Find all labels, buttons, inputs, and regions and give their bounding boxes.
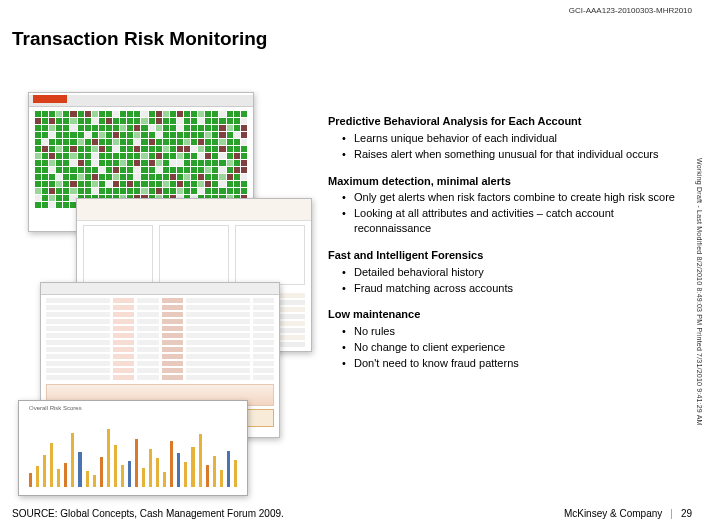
footer-source: SOURCE: Global Concepts, Cash Management…	[12, 508, 284, 519]
chart-bar	[57, 469, 60, 487]
chart-bar	[177, 453, 180, 487]
chart-bar	[149, 449, 152, 487]
chart-bar	[64, 463, 67, 487]
slide-title: Transaction Risk Monitoring	[12, 28, 267, 50]
bullet-item: Looking at all attributes and activities…	[342, 206, 678, 236]
chart-bar	[121, 465, 124, 487]
draft-note-vertical: Working Draft - Last Modified 8/2/2010 8…	[696, 158, 703, 426]
bullet-list: Detailed behavioral historyFraud matchin…	[328, 265, 678, 296]
chart-bar	[36, 466, 39, 487]
screenshot-chart: Overall Risk Scores	[18, 400, 248, 496]
footer-page-number: 29	[681, 508, 692, 519]
chart-bar	[227, 451, 230, 487]
bullet-item: Raises alert when something unusual for …	[342, 147, 678, 162]
chart-bar	[100, 457, 103, 487]
chart-bar	[114, 445, 117, 487]
bullet-item: Learns unique behavior of each individua…	[342, 131, 678, 146]
chart-bar	[199, 434, 202, 487]
bullet-item: No rules	[342, 324, 678, 339]
chart-bar	[128, 461, 131, 487]
bullet-item: No change to client experience	[342, 340, 678, 355]
chart-bar	[163, 472, 166, 487]
bullet-list: No rulesNo change to client experienceDo…	[328, 324, 678, 371]
chart-bar	[213, 456, 216, 487]
chart-bar	[135, 439, 138, 487]
slide-footer: SOURCE: Global Concepts, Cash Management…	[12, 508, 692, 519]
content-block: Low maintenanceNo rulesNo change to clie…	[328, 307, 678, 370]
chart-bar	[142, 468, 145, 487]
bullet-list: Only get alerts when risk factors combin…	[328, 190, 678, 236]
chart-bar	[50, 443, 53, 487]
chart-bar	[234, 460, 237, 487]
chart-bar	[107, 429, 110, 487]
document-id: GCI-AAA123-20100303-MHR2010	[569, 6, 692, 15]
chart-bar	[191, 447, 194, 487]
bullet-item: Don't need to know fraud patterns	[342, 356, 678, 371]
chart-bar	[86, 471, 89, 487]
chart-bar	[71, 433, 74, 487]
bullet-item: Fraud matching across accounts	[342, 281, 678, 296]
chart-title: Overall Risk Scores	[29, 405, 82, 411]
content-block: Predictive Behavioral Analysis for Each …	[328, 114, 678, 162]
chart-bar	[156, 458, 159, 487]
footer-company: McKinsey & Company	[564, 508, 662, 519]
chart-bar	[93, 475, 96, 487]
section-heading: Maximum detection, minimal alerts	[328, 174, 678, 189]
section-heading: Fast and Intelligent Forensics	[328, 248, 678, 263]
chart-bar	[29, 473, 32, 487]
bullet-item: Only get alerts when risk factors combin…	[342, 190, 678, 205]
content-column: Predictive Behavioral Analysis for Each …	[328, 114, 678, 383]
content-block: Maximum detection, minimal alertsOnly ge…	[328, 174, 678, 236]
bullet-item: Detailed behavioral history	[342, 265, 678, 280]
chart-bar	[78, 452, 81, 487]
bullet-list: Learns unique behavior of each individua…	[328, 131, 678, 162]
content-block: Fast and Intelligent ForensicsDetailed b…	[328, 248, 678, 296]
footer-separator: |	[670, 508, 673, 519]
chart-bar	[184, 462, 187, 487]
chart-bar	[220, 470, 223, 487]
chart-bar	[170, 441, 173, 487]
section-heading: Low maintenance	[328, 307, 678, 322]
section-heading: Predictive Behavioral Analysis for Each …	[328, 114, 678, 129]
chart-bar	[43, 455, 46, 487]
chart-bar	[206, 465, 209, 487]
